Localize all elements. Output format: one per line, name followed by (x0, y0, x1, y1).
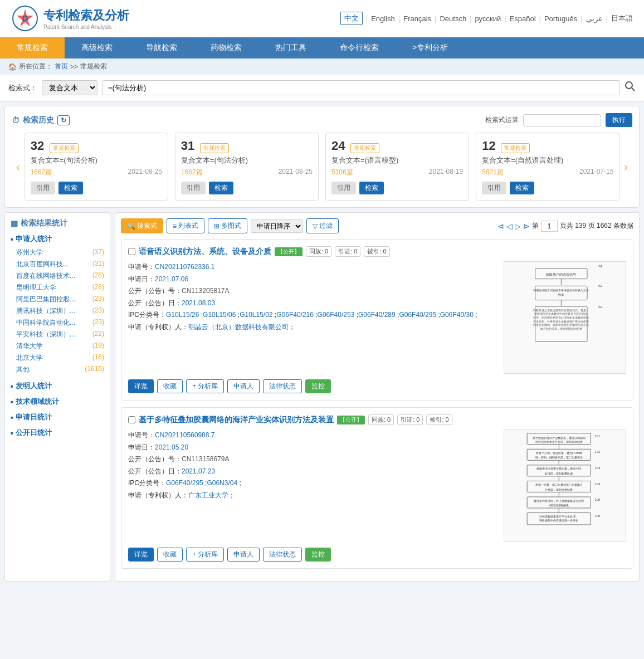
lang-zh[interactable]: 中文 (340, 12, 363, 25)
sidebar-item-link[interactable]: 北京大学 (16, 353, 43, 363)
card-search-button[interactable]: 检索 (359, 182, 384, 194)
sidebar-section-title[interactable]: 发明人统计 (11, 381, 104, 391)
card-search-button[interactable]: 检索 (209, 182, 233, 194)
applicant-link[interactable]: 广东工业大学 (188, 491, 228, 499)
sidebar-section-title[interactable]: 技术领域统计 (11, 397, 104, 407)
sidebar-item[interactable]: 清华大学 (19) (11, 340, 104, 352)
ipc-link[interactable]: G06F40/253 (318, 311, 355, 319)
nav-patent-analysis[interactable]: >专利分析 (396, 37, 465, 58)
sidebar-item[interactable]: 平安科技（深圳）... (22) (11, 329, 104, 340)
pub-date-link[interactable]: 2021.08.03 (182, 299, 215, 307)
action-申请人-button[interactable]: 申请人 (227, 548, 260, 562)
sidebar-item-link[interactable]: 苏州大学 (16, 248, 43, 257)
action-详览-button[interactable]: 详览 (128, 548, 154, 562)
action-收藏-button[interactable]: 收藏 (157, 548, 183, 562)
sort-select[interactable]: 申请日降序 (251, 219, 303, 233)
lang-en[interactable]: English (371, 14, 395, 23)
lang-ru[interactable]: русский (475, 14, 501, 23)
nav-drug-search[interactable]: 药物检索 (194, 37, 258, 58)
sidebar-item-link[interactable]: 其他 (16, 365, 30, 374)
pub-date-link[interactable]: 2021.07.23 (182, 467, 215, 475)
exec-button[interactable]: 执行 (606, 113, 632, 127)
lang-ja[interactable]: 日本語 (611, 13, 633, 23)
list-view-button[interactable]: ≡ 列表式 (167, 218, 204, 233)
sidebar-item[interactable]: 北京大学 (18) (11, 352, 104, 364)
ipc-link[interactable]: G06F40/295 (399, 311, 436, 319)
sidebar-item[interactable]: 百度在线网络技术... (28) (11, 270, 104, 282)
patent-checkbox[interactable] (128, 416, 135, 423)
lang-de[interactable]: Deutsch (440, 14, 466, 23)
sidebar-item-link[interactable]: 百度在线网络技术... (16, 271, 75, 281)
lang-pt[interactable]: Português (544, 14, 577, 23)
lang-fr[interactable]: Français (403, 14, 431, 23)
patent-checkbox[interactable] (128, 248, 135, 255)
page-input[interactable] (541, 221, 558, 232)
sidebar-section-title[interactable]: 申请人统计 (11, 234, 104, 244)
applicant-link[interactable]: 明晶云（北京）数据科技有限公司 (188, 323, 289, 331)
next-page-button[interactable]: ▷ (515, 222, 521, 231)
prev-page-button[interactable]: ◁ (506, 222, 513, 231)
ipc-link[interactable]: G06F40/30 (440, 311, 474, 319)
sidebar-item-link[interactable]: 北京百度网科技... (16, 260, 69, 269)
nav-command-search[interactable]: 命令行检索 (323, 37, 396, 58)
formula-input[interactable] (523, 114, 601, 126)
cite-button[interactable]: 引用 (331, 182, 356, 194)
searchform-view-button[interactable]: 🔍 搜索式 (121, 218, 163, 233)
card-search-button[interactable]: 检索 (510, 182, 534, 194)
patent-title[interactable]: 语音语义识别方法、系统、设备及介质 (139, 247, 271, 257)
sidebar-section-title[interactable]: 公开日统计 (11, 428, 104, 438)
action-详览-button[interactable]: 详览 (128, 379, 154, 393)
card-search-button[interactable]: 检索 (58, 182, 83, 194)
nav-hot-tools[interactable]: 热门工具 (258, 37, 323, 58)
sidebar-item[interactable]: 苏州大学 (37) (11, 247, 104, 258)
action-申请人-button[interactable]: 申请人 (227, 379, 260, 393)
search-button[interactable] (625, 81, 636, 95)
last-page-button[interactable]: ⊳ (523, 222, 530, 231)
ipc-link[interactable]: G10L15/06 (203, 311, 236, 319)
action-plus分析库-button[interactable]: + 分析库 (186, 548, 224, 562)
nav-regular-search[interactable]: 常规检索 (0, 37, 65, 58)
action-监控-button[interactable]: 监控 (305, 548, 331, 562)
nav-navigation-search[interactable]: 导航检索 (129, 37, 194, 58)
lang-es[interactable]: Español (510, 14, 536, 23)
ipc-link[interactable]: G06F40/295 (166, 479, 203, 487)
breadcrumb-home-link[interactable]: 首页 (55, 62, 68, 71)
app-date-link[interactable]: 2021.07.06 (155, 275, 188, 283)
refresh-icon[interactable]: ↻ (57, 115, 70, 125)
cite-button[interactable]: 引用 (181, 182, 206, 194)
sidebar-item-link[interactable]: 腾讯科技（深圳）... (16, 306, 75, 316)
search-type-select[interactable]: 复合文本 (42, 80, 97, 95)
lang-ar[interactable]: عربي (586, 14, 603, 23)
sidebar-section-title[interactable]: 申请日统计 (11, 412, 104, 422)
action-法律状态-button[interactable]: 法律状态 (263, 548, 302, 562)
action-plus分析库-button[interactable]: + 分析库 (186, 379, 224, 393)
ipc-link[interactable]: G06F40/289 (358, 311, 396, 319)
sidebar-item[interactable]: 阿里巴巴集团控股... (23) (11, 294, 104, 305)
patent-title[interactable]: 基于多特征叠加胶囊网络的海洋产业实体识别方法及装置 (139, 415, 334, 425)
action-监控-button[interactable]: 监控 (305, 379, 331, 393)
ipc-link[interactable]: G10L15/02 (240, 311, 272, 319)
sidebar-item[interactable]: 中国科学院自动化... (23) (11, 317, 104, 329)
action-收藏-button[interactable]: 收藏 (157, 379, 183, 393)
sidebar-item[interactable]: 其他 (1615) (11, 364, 104, 375)
app-date-link[interactable]: 2021.05.20 (155, 443, 188, 451)
sidebar-item[interactable]: 昆明理工大学 (28) (11, 282, 104, 294)
first-page-button[interactable]: ⊲ (497, 222, 504, 231)
next-history-button[interactable]: › (619, 160, 632, 173)
grid-view-button[interactable]: ⊞ 多图式 (208, 218, 247, 233)
sidebar-item-link[interactable]: 平安科技（深圳）... (16, 330, 75, 339)
cite-button[interactable]: 引用 (31, 182, 55, 194)
sidebar-item-link[interactable]: 中国科学院自动化... (16, 318, 75, 328)
sidebar-item[interactable]: 腾讯科技（深圳）... (23) (11, 305, 104, 317)
app-num-link[interactable]: CN202110560988.7 (155, 431, 214, 439)
sidebar-item-link[interactable]: 昆明理工大学 (16, 283, 56, 292)
app-num-link[interactable]: CN202110762336.1 (155, 263, 214, 271)
filter-button[interactable]: ▽ 过滤 (306, 218, 339, 233)
sidebar-item-link[interactable]: 清华大学 (16, 341, 43, 351)
search-input[interactable] (102, 80, 620, 95)
prev-history-button[interactable]: ‹ (12, 160, 25, 173)
cite-button[interactable]: 引用 (482, 182, 506, 194)
ipc-link[interactable]: G06F40/216 (276, 311, 314, 319)
nav-advanced-search[interactable]: 高级检索 (65, 37, 129, 58)
ipc-link[interactable]: G10L15/26 (166, 311, 199, 319)
